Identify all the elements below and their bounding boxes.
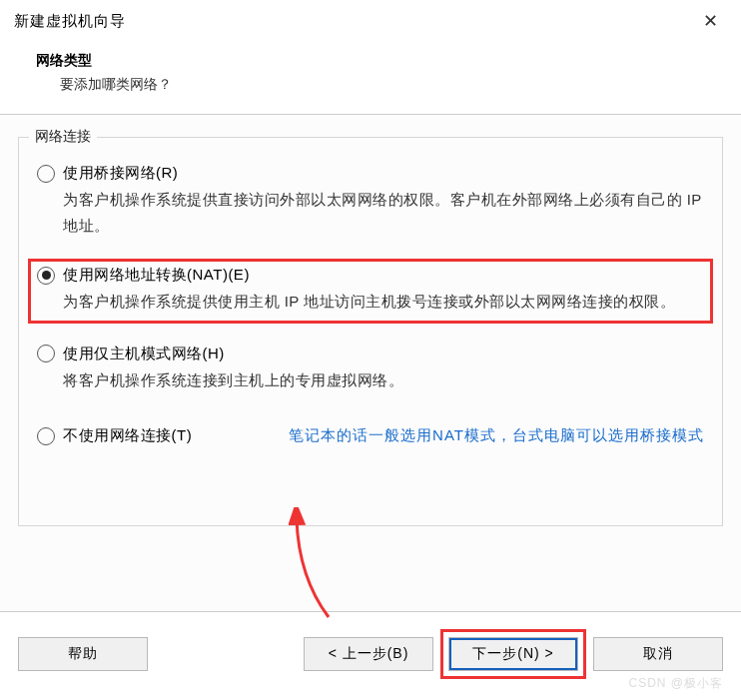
radio-label-none: 不使用网络连接(T) <box>63 426 192 445</box>
network-fieldset: 网络连接 使用桥接网络(R) 为客户机操作系统提供直接访问外部以太网网络的权限。… <box>18 137 723 526</box>
next-highlight: 下一步(N) > <box>443 632 583 676</box>
radio-icon[interactable] <box>37 165 55 183</box>
radio-bridged[interactable]: 使用桥接网络(R) 为客户机操作系统提供直接访问外部以太网网络的权限。客户机在外… <box>37 164 704 238</box>
back-button[interactable]: < 上一步(B) <box>304 637 433 671</box>
hint-text: 笔记本的话一般选用NAT模式，台式电脑可以选用桥接模式 <box>289 426 704 445</box>
header-section: 网络类型 要添加哪类网络？ <box>0 42 741 115</box>
radio-nat[interactable]: 使用网络地址转换(NAT)(E) 为客户机操作系统提供使用主机 IP 地址访问主… <box>29 260 712 323</box>
page-subtitle: 要添加哪类网络？ <box>36 76 721 94</box>
fieldset-legend: 网络连接 <box>29 128 97 146</box>
radio-desc-hostonly: 将客户机操作系统连接到主机上的专用虚拟网络。 <box>37 367 704 393</box>
radio-label-bridged: 使用桥接网络(R) <box>63 164 178 183</box>
title-bar: 新建虚拟机向导 ✕ <box>0 0 741 42</box>
close-icon[interactable]: ✕ <box>695 10 725 32</box>
radio-none[interactable]: 不使用网络连接(T) 笔记本的话一般选用NAT模式，台式电脑可以选用桥接模式 <box>37 426 704 445</box>
page-title: 网络类型 <box>36 52 721 70</box>
radio-desc-bridged: 为客户机操作系统提供直接访问外部以太网网络的权限。客户机在外部网络上必须有自己的… <box>37 187 704 238</box>
radio-desc-nat: 为客户机操作系统提供使用主机 IP 地址访问主机拨号连接或外部以太网网络连接的权… <box>37 289 704 315</box>
radio-icon[interactable] <box>37 267 55 285</box>
next-button[interactable]: 下一步(N) > <box>448 637 578 671</box>
radio-icon[interactable] <box>37 427 55 445</box>
window-title: 新建虚拟机向导 <box>14 12 126 31</box>
cancel-button[interactable]: 取消 <box>593 637 723 671</box>
watermark: CSDN @极小客 <box>628 675 723 692</box>
wizard-window: 新建虚拟机向导 ✕ 网络类型 要添加哪类网络？ 网络连接 使用桥接网络(R) 为… <box>0 0 741 700</box>
radio-icon[interactable] <box>37 345 55 362</box>
radio-hostonly[interactable]: 使用仅主机模式网络(H) 将客户机操作系统连接到主机上的专用虚拟网络。 <box>37 345 704 393</box>
annotation-arrow-icon <box>289 507 349 627</box>
help-button[interactable]: 帮助 <box>18 637 148 671</box>
radio-label-hostonly: 使用仅主机模式网络(H) <box>63 345 225 363</box>
content-area: 网络连接 使用桥接网络(R) 为客户机操作系统提供直接访问外部以太网网络的权限。… <box>0 115 741 612</box>
radio-label-nat: 使用网络地址转换(NAT)(E) <box>63 266 250 285</box>
